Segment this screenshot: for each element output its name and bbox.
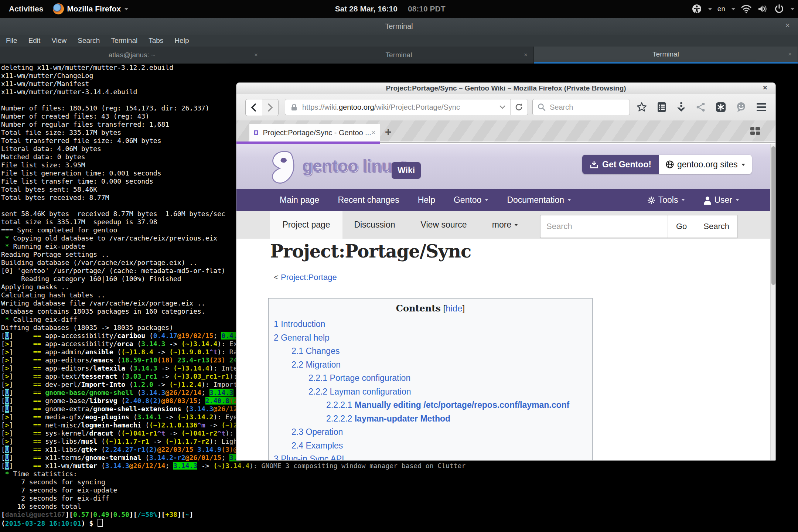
terminal-menu-tabs[interactable]: Tabs [149,37,163,45]
terminal-menu-help[interactable]: Help [174,37,189,45]
page-tab-discussion[interactable]: Discussion [352,211,398,239]
toc-entry[interactable]: 2.2.2 Layman configuration [269,385,592,399]
bookmarks-list-icon[interactable] [657,102,667,113]
nav-item-main-page[interactable]: Main page [280,195,319,205]
terminal-tab[interactable]: atlas@janus: ~× [0,47,264,64]
forward-button[interactable] [262,99,279,116]
breadcrumb-link[interactable]: Project:Portage [281,273,337,282]
toc-entry[interactable]: 3 Plug-in Sync API [269,452,592,461]
terminal-line: 7 seconds for syncing [1,478,798,486]
search-button[interactable]: Search [695,215,737,238]
table-of-contents: Contents [hide] 1 Introduction2 General … [268,298,593,461]
header-buttons: Get Gentoo! gentoo.org sites [582,155,752,174]
page-scrollbar[interactable] [770,144,776,461]
tab-close-icon[interactable]: × [524,51,528,59]
reload-button[interactable] [510,99,528,115]
nav-item-documentation[interactable]: Documentation [507,195,571,205]
firefox-window-title: Project:Portage/Sync – Gentoo Wiki – Moz… [386,84,626,92]
page-tab-view-source[interactable]: View source [418,211,470,239]
terminal-menu-terminal[interactable]: Terminal [111,37,137,45]
toc-entry[interactable]: 2.2.2.2 layman-updater Method [269,412,592,426]
get-gentoo-button[interactable]: Get Gentoo! [582,155,659,174]
wifi-icon[interactable] [741,4,752,14]
clock: Sat 28 Mar, 16:10 [335,4,398,13]
chat-smiley-icon[interactable] [736,102,747,113]
power-icon[interactable] [774,4,784,14]
download-tray-icon [590,160,598,169]
firefox-titlebar[interactable]: Project:Portage/Sync – Gentoo Wiki – Moz… [236,83,775,94]
nav-tools[interactable]: Tools [647,195,685,205]
url-dropdown-icon[interactable] [495,105,510,109]
close-icon[interactable]: × [763,83,767,92]
toc-entry[interactable]: 2.2.2.1 Manually editing /etc/portage/re… [269,398,592,412]
terminal-line: * Time statistics: [1,470,798,478]
scrollbar-thumb[interactable] [771,146,775,285]
volume-icon[interactable] [757,4,768,14]
tab-close-icon[interactable]: × [371,129,375,137]
app-menu[interactable]: Mozilla Firefox [53,3,128,14]
wiki-navbar: Main pageRecent changesHelpGentooDocumen… [236,189,776,211]
tab-close-icon[interactable]: × [788,51,792,58]
accessibility-icon[interactable] [692,4,702,14]
nav-item-help[interactable]: Help [418,195,435,205]
terminal-titlebar[interactable]: Terminal × [0,18,798,35]
firefox-tabstrip: Project:Portage/Sync - Gentoo ... × + [236,120,775,141]
page-title: Project:Portage/Sync [270,241,471,262]
tab-groups-icon[interactable] [750,126,761,136]
wiki-search-input[interactable] [540,215,668,238]
bookmark-star-icon[interactable] [636,102,647,113]
download-icon[interactable] [676,102,686,113]
breadcrumb: < Project:Portage [274,273,337,282]
terminal-line: (2015-03-28 16:10:01) $ [1,519,798,527]
toc-entry[interactable]: 2.4 Examples [269,439,592,453]
toc-entry[interactable]: 2 General help [269,331,592,345]
toc-hide-link[interactable]: hide [446,303,462,313]
wiki-content: Project:Portage/Sync < Project:Portage C… [236,239,776,461]
toc-entry[interactable]: 2.2.1 Portage configuration [269,371,592,385]
url-bar[interactable]: https://wiki.gentoo.org/wiki/Project:Por… [285,99,528,115]
user-icon [703,196,712,205]
chevron-down-icon [732,8,735,12]
chevron-down-icon [567,199,571,203]
terminal-menu-search[interactable]: Search [78,37,100,45]
back-button[interactable] [246,99,262,116]
browser-search-box[interactable] [532,99,630,115]
toc-entry[interactable]: 2.1 Changes [269,344,592,358]
gentoo-favicon [254,126,258,139]
terminal-menu-view[interactable]: View [51,37,66,45]
nav-user[interactable]: User [703,195,739,205]
gentoo-logo[interactable] [267,150,299,185]
browser-tab[interactable]: Project:Portage/Sync - Gentoo ... × [249,124,380,141]
nav-item-gentoo[interactable]: Gentoo [454,195,488,205]
terminal-menu-edit[interactable]: Edit [28,37,41,45]
toc-entry[interactable]: 2.2 Migration [269,358,592,372]
gentoo-logotype[interactable]: gentoo linux™ [302,156,406,176]
go-button[interactable]: Go [668,215,695,238]
tabstrip-divider [380,142,776,143]
toc-entry[interactable]: 1 Introduction [269,317,592,331]
firefox-toolbar: https://wiki.gentoo.org/wiki/Project:Por… [236,94,775,121]
tab-close-icon[interactable]: × [254,51,258,59]
activities-button[interactable]: Activities [9,4,43,13]
terminal-line: deleting x11-wm/mutter/mutter-3.12.2.ebu… [1,64,798,72]
new-tab-button[interactable]: + [385,126,392,138]
gentoo-sites-button[interactable]: gentoo.org sites [659,155,752,174]
terminal-line: 2 seconds for eix-diff [1,494,798,502]
language-indicator[interactable]: en [717,5,725,13]
browser-search-input[interactable] [549,103,613,112]
share-icon[interactable] [696,102,706,112]
terminal-menu-file[interactable]: File [6,37,17,45]
adblock-icon[interactable] [715,102,726,113]
wiki-badge[interactable]: Wiki [392,162,421,179]
menu-hamburger-icon[interactable] [756,102,767,112]
page-tab-project-page[interactable]: Project page [270,211,342,239]
page-tab-more[interactable]: more [485,211,525,239]
terminal-tab[interactable]: Terminal× [534,47,798,64]
terminal-tab[interactable]: Terminal× [264,47,534,64]
nav-item-recent-changes[interactable]: Recent changes [338,195,399,205]
wiki-page-tabs: Go Search Project pageDiscussionView sou… [236,211,776,239]
close-icon[interactable]: × [785,21,790,30]
terminal-window-title: Terminal [385,22,413,31]
clock-area[interactable]: Sat 28 Mar, 16:10 08:10 PDT [335,0,446,18]
toc-entry[interactable]: 2.3 Operation [269,425,592,439]
